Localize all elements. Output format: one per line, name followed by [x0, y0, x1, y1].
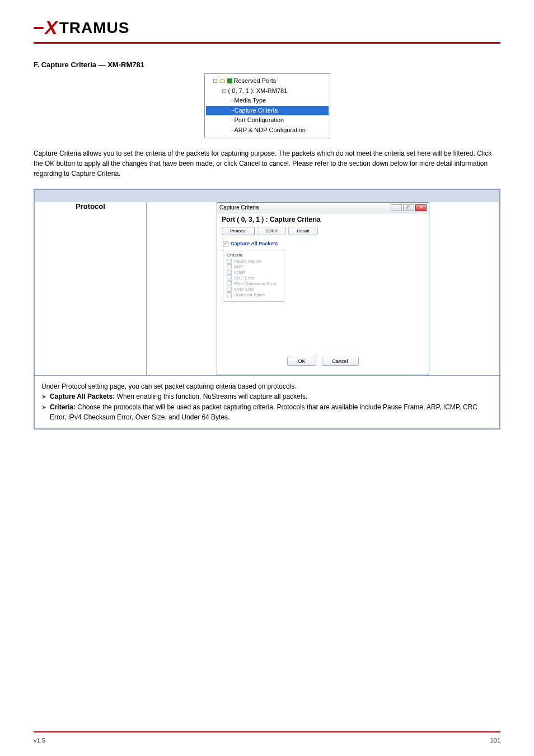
row-label-protocol: Protocol: [35, 202, 147, 375]
tree-node-reserved-ports[interactable]: ⊟·🗀Reserved Ports: [206, 76, 329, 86]
footer-divider: [34, 731, 500, 732]
tab-label: Result: [297, 228, 310, 234]
window-close-button[interactable]: ✕: [415, 204, 427, 211]
tree-node-capture-criteria[interactable]: ┈Capture Criteria: [206, 106, 329, 116]
brand-logo: XTRAMUS: [34, 17, 500, 39]
header-divider: [34, 42, 500, 44]
cancel-button[interactable]: Cancel: [322, 357, 359, 366]
capture-criteria-dialog: Capture Criteria – ▢ ✕ Port ( 0, 3, 1 ) …: [217, 202, 429, 375]
tree-node-arp-ndp[interactable]: ┈ARP & NDP Configuration: [206, 125, 329, 136]
checkbox-icon: ✓: [223, 241, 228, 246]
button-label: OK: [298, 358, 305, 364]
protocol-description: Under Protocol setting page, you can set…: [41, 381, 493, 392]
footer-right: 101: [490, 737, 500, 744]
table-header-blank: [35, 190, 499, 202]
criteria-option[interactable]: IPv4 Checksum Error: [227, 281, 280, 286]
ok-button[interactable]: OK: [287, 357, 316, 366]
criteria-option[interactable]: Under 64 Bytes: [227, 292, 280, 297]
dialog-subtitle: Port ( 0, 3, 1 ) : Capture Criteria: [217, 213, 429, 226]
tab-result[interactable]: Result: [288, 227, 318, 235]
bullet-text: Choose the protocols that will be used a…: [50, 403, 477, 422]
criteria-option[interactable]: ARP: [227, 264, 280, 269]
bullet-title: Criteria:: [50, 403, 76, 411]
capture-all-checkbox[interactable]: ✓ Capture All Packets: [223, 241, 423, 246]
section-title: F. Capture Criteria — XM-RM781: [34, 60, 500, 69]
tree-label: ( 0, 7, 1 ): XM-RM781: [228, 86, 288, 96]
criteria-option[interactable]: Pause Packet: [227, 259, 280, 264]
tab-protocol[interactable]: Protocol: [222, 227, 255, 235]
criteria-label: Under 64 Bytes: [234, 292, 265, 297]
dialog-titlebar: Capture Criteria – ▢ ✕: [217, 203, 429, 213]
logo-text: TRAMUS: [59, 19, 130, 37]
logo-x: X: [45, 17, 58, 39]
tree-label: Port Configuration: [235, 115, 284, 125]
tree-node-module[interactable]: ⊟·( 0, 7, 1 ): XM-RM781: [206, 86, 329, 96]
tree-label: ARP & NDP Configuration: [235, 125, 306, 136]
criteria-table: Protocol Capture Criteria – ▢ ✕ Port ( 0…: [34, 189, 500, 430]
criteria-option[interactable]: ICMP: [227, 270, 280, 275]
dialog-title: Capture Criteria: [219, 204, 259, 211]
bullet-text: When enabling this function, NuStreams w…: [117, 393, 308, 400]
bullet-title: Capture All Packets:: [50, 393, 115, 400]
criteria-label: IPv4 Checksum Error: [234, 281, 277, 286]
criteria-label: Pause Packet: [234, 259, 261, 264]
tree-node-media-type[interactable]: ┈Media Type: [206, 96, 329, 106]
tab-sdfr[interactable]: SDFR: [257, 227, 286, 235]
tree-label: Reserved Ports: [234, 76, 277, 86]
criteria-fieldset: Criteria Pause Packet ARP ICMP CRC Error…: [223, 250, 284, 302]
criteria-option[interactable]: Over Size: [227, 287, 280, 292]
tab-label: SDFR: [265, 228, 278, 234]
tree-label: Capture Criteria: [235, 107, 278, 114]
folder-icon: 🗀: [219, 76, 226, 86]
footer-left: v1.5: [34, 737, 45, 744]
capture-all-label: Capture All Packets: [231, 241, 278, 246]
intro-paragraph: Capture Criteria allows you to set the c…: [34, 148, 500, 179]
bullet-icon: ➤: [41, 392, 46, 402]
tab-label: Protocol: [230, 228, 246, 234]
criteria-option[interactable]: CRC Error: [227, 276, 280, 281]
window-minimize-button[interactable]: –: [391, 204, 402, 211]
criteria-label: Over Size: [234, 287, 254, 292]
window-maximize-button[interactable]: ▢: [403, 204, 414, 211]
intro-text: Capture Criteria allows you to set the c…: [34, 150, 491, 178]
dialog-tabs: Protocol SDFR Result: [217, 227, 429, 235]
fieldset-legend: Criteria: [227, 253, 280, 258]
tree-label: Media Type: [235, 96, 266, 106]
criteria-label: CRC Error: [234, 276, 255, 281]
button-label: Cancel: [332, 358, 348, 364]
bullet-icon: ➤: [41, 403, 46, 412]
criteria-label: ICMP: [234, 270, 245, 275]
tree-node-port-configuration[interactable]: ┈Port Configuration: [206, 115, 329, 125]
status-icon: [227, 78, 232, 83]
nav-tree: ⊟·🗀Reserved Ports ⊟·( 0, 7, 1 ): XM-RM78…: [204, 73, 330, 138]
criteria-label: ARP: [234, 264, 243, 269]
bullet-capture-all: ➤ Capture All Packets: When enabling thi…: [41, 391, 493, 402]
logo-dash: [34, 27, 44, 29]
page-footer: v1.5 101: [34, 737, 500, 744]
bullet-criteria: ➤ Criteria: Choose the protocols that wi…: [41, 402, 493, 423]
